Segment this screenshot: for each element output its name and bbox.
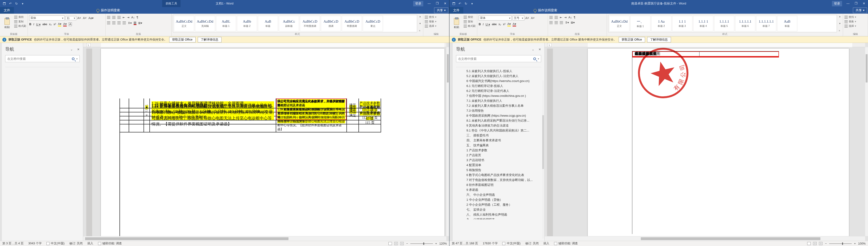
outline-item[interactable]: 4 配置清单 [455, 162, 541, 167]
share-button[interactable]: 共享▾ [434, 7, 448, 13]
title-bar[interactable]: ↶ ↻ ▾ 南昌卓亚-购置医疗设备-投标文件 - Word 登录 — ❐ ✕ [450, 0, 868, 7]
editing-item[interactable]: 选择▾ [425, 24, 436, 28]
outline-item[interactable]: 5.1 未被列入失信被执行人-投标人 [455, 68, 541, 73]
close-icon[interactable]: ✕ [441, 0, 449, 7]
outline-item[interactable]: 7.1 未被列入失信被执行人 [455, 98, 541, 103]
accessibility-indicator[interactable]: 辅助功能: 调查 [554, 242, 578, 246]
word-count[interactable]: 17630 个字 [483, 242, 497, 246]
numbering-icon[interactable] [112, 16, 116, 19]
text-highlight-button[interactable]: A▾ [507, 22, 511, 26]
font-size-select[interactable]: 11▾ [65, 16, 76, 20]
nav-search[interactable]: ▾ [456, 55, 541, 62]
paste-button[interactable]: 粘贴 [451, 15, 462, 32]
shading-icon[interactable]: ▨ [134, 21, 136, 25]
text-highlight-button[interactable]: A▾ [58, 22, 62, 26]
track-changes-indicator[interactable]: 修订: 关闭 [69, 242, 83, 246]
tell-me-search[interactable]: 操作说明搜索 [94, 7, 123, 14]
search-icon[interactable] [72, 58, 74, 60]
style-item[interactable]: 1.1.1.1.1标题 6 [735, 16, 755, 31]
bullets-icon[interactable] [549, 16, 553, 19]
search-dropdown-icon[interactable]: ▾ [76, 58, 78, 60]
align-right-icon[interactable] [117, 22, 121, 24]
font-name-select[interactable]: 宋体▾ [479, 16, 512, 21]
zoom-level[interactable]: 120% [439, 242, 447, 245]
get-genuine-office-button[interactable]: 获取正版 Office [169, 37, 196, 42]
outline-item[interactable]: 三、 授权委托书 [455, 133, 541, 138]
outline-item[interactable]: 四、 主要商务要求承诺书 [455, 138, 541, 143]
outline-item[interactable]: 六、 中小企业声明函 [455, 192, 541, 197]
outline-item[interactable]: 5 检验报告 [455, 167, 541, 173]
style-item[interactable]: AaBbCcD强调 [321, 16, 341, 31]
strikethrough-button[interactable]: abc [42, 23, 47, 26]
outline-item[interactable]: 6.1 无行贿犯罪记录-投标人 [455, 84, 541, 88]
insert-mode-indicator[interactable]: 插入 [87, 242, 93, 246]
clipboard-item[interactable]: 复制 [464, 20, 475, 23]
nav-search[interactable]: ▾ [5, 55, 80, 62]
style-item[interactable]: AaBL标题 1 [216, 16, 236, 31]
outline-item[interactable]: 1 产品技术参数 [455, 148, 541, 153]
learn-more-button[interactable]: 了解详细信息 [647, 37, 671, 42]
subscript-button[interactable]: x₂ [49, 23, 52, 26]
outline-item[interactable]: 6 中国裁判文书网(https://wenshu.court.gov.cn) [455, 79, 541, 84]
nav-options-icon[interactable]: ⌄ [70, 48, 73, 51]
zoom-out-icon[interactable]: − [406, 242, 408, 245]
search-dropdown-icon[interactable]: ▾ [538, 58, 539, 60]
language-indicator[interactable]: 中文(中国) [502, 242, 520, 246]
bullets-icon[interactable] [107, 16, 110, 19]
outline-item[interactable]: 5.2 未被列入失信被执行人-法定代表人 [455, 73, 541, 79]
align-left-icon[interactable] [107, 22, 110, 24]
page-indicator[interactable]: 第 47 页，共 168 页 [452, 242, 478, 246]
clipboard-item[interactable]: 格式刷 [14, 24, 26, 28]
grow-font-icon[interactable]: A˄ [77, 17, 81, 20]
style-item[interactable]: 1.1.1 1标题 4 [693, 16, 713, 31]
sign-in-button[interactable]: 登录 [832, 1, 842, 6]
nav-scrollbar[interactable] [542, 81, 544, 239]
clipboard-item[interactable]: 格式刷 [464, 24, 475, 28]
vertical-scrollbar[interactable] [865, 47, 868, 236]
tab-stop-selector[interactable]: L [548, 43, 552, 47]
nav-search-input[interactable] [458, 57, 531, 61]
outline-item[interactable]: 2 中小企业声明函（工程、服务） [455, 202, 541, 207]
shrink-font-icon[interactable]: A˅ [531, 17, 535, 20]
style-item[interactable]: AaBbCcD明显强调 [342, 16, 362, 31]
style-item[interactable]: AaBbCcD不明显强调 [300, 16, 320, 31]
style-item[interactable]: 一、标题 1 [630, 16, 650, 31]
outline-item[interactable]: 7.2 未被列入重大税收违法案件当事人名单 [455, 103, 541, 108]
read-mode-icon[interactable] [807, 242, 811, 245]
sort-icon[interactable]: A↓ [131, 16, 135, 19]
style-item[interactable]: 1.1.1.1标题 5 [714, 16, 734, 31]
clipboard-item[interactable]: 剪切 [464, 15, 475, 19]
outline-item[interactable]: 五、 技术偏离表 [455, 143, 541, 148]
editing-item[interactable]: 查找▾ [844, 15, 856, 19]
multilevel-list-icon[interactable] [117, 16, 121, 19]
sign-in-button[interactable]: 登录 [413, 1, 423, 6]
outline-item[interactable]: 7 对于危急值检查数据，支持优先诊断功能，以... [455, 178, 541, 182]
italic-button[interactable]: I [33, 23, 34, 26]
minimize-icon[interactable]: — [844, 0, 852, 7]
tab-file[interactable]: 文件 [0, 7, 14, 14]
bold-button[interactable]: B [479, 23, 481, 26]
character-border-icon[interactable]: A [69, 22, 72, 26]
language-indicator[interactable]: 中文(中国) [46, 242, 65, 246]
align-right-icon[interactable] [560, 21, 563, 24]
share-button[interactable]: 共享▾ [853, 7, 867, 13]
document-page[interactable]: 采集导联模式 采样模式 导联连接示意图 [588, 49, 849, 236]
font-size-select[interactable]: 五号▾ [513, 16, 524, 21]
vertical-scrollbar[interactable] [446, 47, 449, 236]
nav-search-input[interactable] [7, 57, 70, 61]
style-item[interactable]: AaBbCc副标题 [279, 16, 299, 31]
superscript-button[interactable]: x² [503, 23, 505, 26]
style-item[interactable]: AaBbCcDd正文 [174, 16, 194, 31]
zoom-slider[interactable] [829, 243, 852, 244]
clipboard-item[interactable]: 剪切 [14, 15, 26, 19]
read-mode-icon[interactable] [389, 242, 392, 245]
web-layout-icon[interactable] [819, 242, 823, 245]
print-layout-icon[interactable] [394, 242, 398, 245]
underline-button[interactable]: U ▾ [486, 23, 490, 26]
outline-item[interactable]: 8.1 未被列入政府采购严重违法失信行为记录... [455, 118, 541, 123]
italic-button[interactable]: I [483, 23, 484, 26]
document-scroll-region[interactable]: 采集导联模式 采样模式 导联连接示意图 [545, 47, 865, 236]
outline-item[interactable]: 9 其他具备法律效力的合法渠道 [455, 123, 541, 128]
shrink-font-icon[interactable]: A˅ [83, 17, 87, 20]
outline-item[interactable]: 3 产品说明书 [455, 158, 541, 162]
